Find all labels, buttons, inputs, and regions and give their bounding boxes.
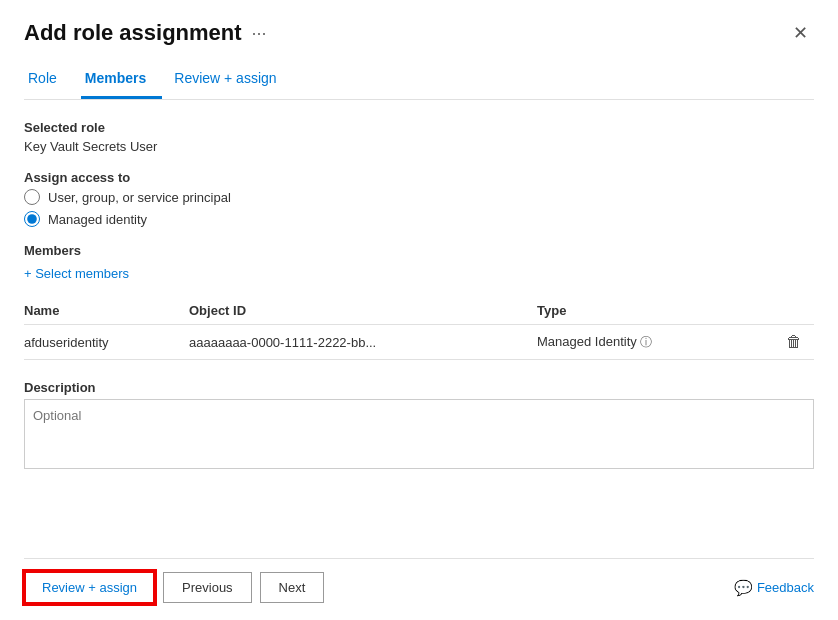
- footer-right: 💬 Feedback: [734, 579, 814, 597]
- col-actions: [757, 297, 814, 325]
- feedback-button[interactable]: 💬 Feedback: [734, 579, 814, 597]
- next-button[interactable]: Next: [260, 572, 325, 603]
- tabs: Role Members Review + assign: [24, 62, 814, 100]
- member-delete-cell: 🗑: [757, 325, 814, 360]
- tab-members[interactable]: Members: [81, 62, 162, 99]
- tab-role[interactable]: Role: [24, 62, 73, 99]
- member-name: afduseridentity: [24, 325, 189, 360]
- member-object-id: aaaaaaaa-0000-1111-2222-bb...: [189, 325, 537, 360]
- members-table-body: afduseridentity aaaaaaaa-0000-1111-2222-…: [24, 325, 814, 360]
- radio-user-group[interactable]: User, group, or service principal: [24, 189, 814, 205]
- col-name: Name: [24, 297, 189, 325]
- description-label: Description: [24, 380, 814, 395]
- previous-button[interactable]: Previous: [163, 572, 252, 603]
- members-table-header: Name Object ID Type: [24, 297, 814, 325]
- members-table: Name Object ID Type afduseridentity aaaa…: [24, 297, 814, 360]
- radio-managed-identity[interactable]: Managed identity: [24, 211, 814, 227]
- select-members-button[interactable]: + Select members: [24, 266, 129, 281]
- col-object-id: Object ID: [189, 297, 537, 325]
- selected-role-label: Selected role: [24, 120, 814, 135]
- col-type: Type: [537, 297, 757, 325]
- assign-access-group: User, group, or service principal Manage…: [24, 189, 814, 227]
- table-row: afduseridentity aaaaaaaa-0000-1111-2222-…: [24, 325, 814, 360]
- add-role-assignment-dialog: Add role assignment ··· ✕ Role Members R…: [0, 0, 838, 620]
- selected-role-value: Key Vault Secrets User: [24, 139, 814, 154]
- radio-managed-identity-input[interactable]: [24, 211, 40, 227]
- more-icon[interactable]: ···: [252, 23, 267, 44]
- info-icon[interactable]: ⓘ: [640, 335, 652, 349]
- radio-managed-identity-label: Managed identity: [48, 212, 147, 227]
- description-textarea[interactable]: [24, 399, 814, 469]
- radio-user-group-input[interactable]: [24, 189, 40, 205]
- members-label: Members: [24, 243, 814, 258]
- delete-member-button[interactable]: 🗑: [782, 333, 806, 351]
- dialog-title: Add role assignment: [24, 20, 242, 46]
- assign-access-label: Assign access to: [24, 170, 814, 185]
- member-type: Managed Identity ⓘ: [537, 325, 757, 360]
- radio-user-group-label: User, group, or service principal: [48, 190, 231, 205]
- footer-left: Review + assign Previous Next: [24, 571, 324, 604]
- close-button[interactable]: ✕: [787, 20, 814, 46]
- members-section: Members: [24, 243, 814, 258]
- tab-review[interactable]: Review + assign: [170, 62, 292, 99]
- review-assign-button[interactable]: Review + assign: [24, 571, 155, 604]
- description-section: Description: [24, 380, 814, 472]
- content-area: Selected role Key Vault Secrets User Ass…: [24, 120, 814, 554]
- feedback-icon: 💬: [734, 579, 753, 597]
- dialog-title-row: Add role assignment ···: [24, 20, 267, 46]
- dialog-header: Add role assignment ··· ✕: [24, 20, 814, 46]
- footer: Review + assign Previous Next 💬 Feedback: [24, 558, 814, 620]
